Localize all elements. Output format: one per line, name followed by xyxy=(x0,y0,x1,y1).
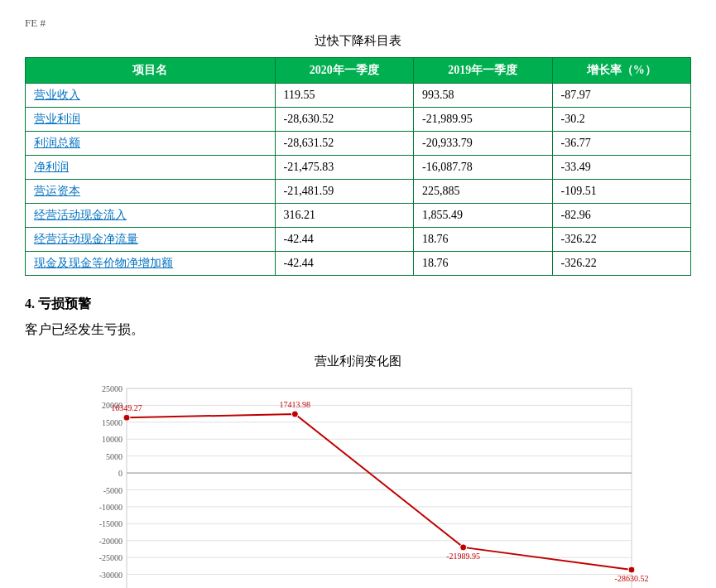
loss-warning-text: 客户已经发生亏损。 xyxy=(25,321,691,339)
row-value: -82.96 xyxy=(552,204,691,228)
row-value: 316.21 xyxy=(275,204,414,228)
svg-text:15000: 15000 xyxy=(102,418,123,427)
svg-point-32 xyxy=(123,414,130,421)
row-label: 净利润 xyxy=(26,156,276,180)
row-value: -326.22 xyxy=(552,228,691,252)
col-header-name: 项目名 xyxy=(26,58,276,84)
fe-label: FE # xyxy=(25,17,691,30)
row-value: -16,087.78 xyxy=(414,156,553,180)
row-label: 营业收入 xyxy=(26,84,276,108)
table-title: 过快下降科目表 xyxy=(25,33,691,49)
svg-text:17413.98: 17413.98 xyxy=(279,400,310,409)
row-label: 经营活动现金流入 xyxy=(26,204,276,228)
decline-table: 项目名 2020年一季度 2019年一季度 增长率（%） 营业收入119.559… xyxy=(25,57,691,276)
row-label: 经营活动现金净流量 xyxy=(26,228,276,252)
row-value: 1,855.49 xyxy=(414,204,553,228)
svg-text:10000: 10000 xyxy=(102,435,123,444)
row-value: 18.76 xyxy=(414,252,553,276)
row-value: -326.22 xyxy=(552,252,691,276)
row-value: -20,933.79 xyxy=(414,132,553,156)
row-label: 现金及现金等价物净增加额 xyxy=(26,252,276,276)
svg-text:-15000: -15000 xyxy=(99,519,122,528)
row-value: -87.97 xyxy=(552,84,691,108)
svg-text:-10000: -10000 xyxy=(99,503,122,512)
svg-text:16349.27: 16349.27 xyxy=(111,403,142,412)
svg-point-38 xyxy=(628,566,635,573)
svg-text:-20000: -20000 xyxy=(99,537,122,546)
row-value: 993.58 xyxy=(414,84,553,108)
row-value: 225,885 xyxy=(414,180,553,204)
chart-title: 营业利润变化图 xyxy=(44,354,673,369)
svg-text:-25000: -25000 xyxy=(99,553,122,562)
row-value: 18.76 xyxy=(414,228,553,252)
svg-text:-30000: -30000 xyxy=(99,571,122,580)
row-label: 营运资本 xyxy=(26,180,276,204)
col-header-2020: 2020年一季度 xyxy=(275,58,414,84)
row-value: -33.49 xyxy=(552,156,691,180)
row-value: -42.44 xyxy=(275,252,414,276)
svg-point-36 xyxy=(459,544,466,551)
row-value: -109.51 xyxy=(552,180,691,204)
svg-rect-0 xyxy=(127,388,632,588)
row-value: -42.44 xyxy=(275,228,414,252)
col-header-growth: 增长率（%） xyxy=(552,58,691,84)
col-header-2019: 2019年一季度 xyxy=(414,58,553,84)
row-value: -36.77 xyxy=(552,132,691,156)
section4-title: 4. 亏损预警 xyxy=(25,296,691,313)
row-value: -21,989.95 xyxy=(414,108,553,132)
row-value: -28,631.52 xyxy=(275,132,414,156)
svg-text:5000: 5000 xyxy=(106,452,123,461)
row-value: -21,481.59 xyxy=(275,180,414,204)
line-chart: 2500020000150001000050000-5000-10000-150… xyxy=(44,376,673,588)
row-value: -28,630.52 xyxy=(275,108,414,132)
svg-text:-21989.95: -21989.95 xyxy=(446,552,480,561)
svg-point-34 xyxy=(291,411,298,417)
row-label: 营业利润 xyxy=(26,108,276,132)
svg-text:-28630.52: -28630.52 xyxy=(614,574,648,583)
svg-text:25000: 25000 xyxy=(102,384,123,393)
row-value: -21,475.83 xyxy=(275,156,414,180)
chart-container: 营业利润变化图 2500020000150001000050000-5000-1… xyxy=(44,354,673,588)
svg-text:0: 0 xyxy=(118,469,123,478)
svg-text:-5000: -5000 xyxy=(103,486,122,495)
row-value: 119.55 xyxy=(275,84,414,108)
row-label: 利润总额 xyxy=(26,132,276,156)
row-value: -30.2 xyxy=(552,108,691,132)
